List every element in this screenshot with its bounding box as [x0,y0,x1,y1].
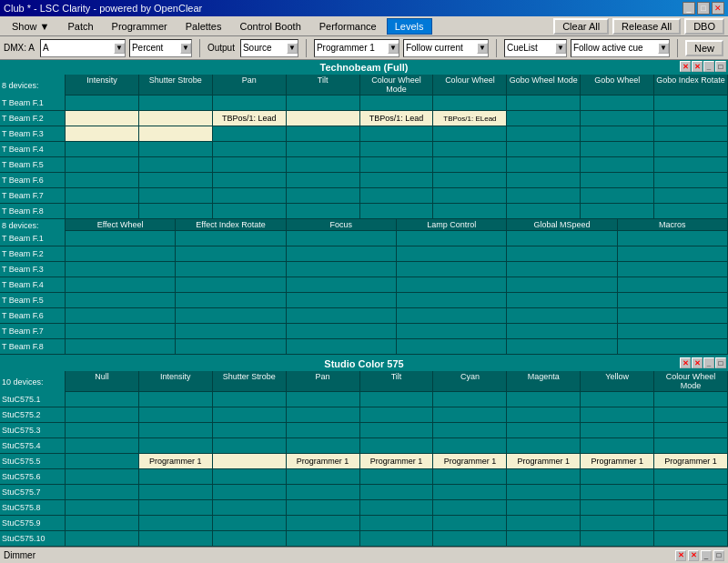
menu-palettes[interactable]: Palettes [177,18,230,35]
percent-input[interactable] [130,40,180,56]
tb-f3-c6[interactable] [433,126,507,141]
th-effectidx: Effect Index Rotate [176,219,286,231]
menu-controlbooth[interactable]: Control Booth [231,18,308,35]
tb-f1-c6[interactable] [433,96,507,110]
source-select[interactable]: ▼ [240,39,298,57]
tb-f2-c7[interactable] [507,111,581,126]
tb-f1-c8[interactable] [581,96,654,110]
sc-close2[interactable]: ✕ [692,357,703,368]
tb-f2-c4[interactable] [287,111,360,126]
tb-f3-c9[interactable] [654,126,728,141]
tb-f3-c5[interactable] [360,126,434,141]
menu-patch[interactable]: Patch [59,18,101,35]
statusbar-icons: ✕ ✕ _ □ [675,550,724,561]
menu-programmer[interactable]: Programmer [104,18,176,35]
close-button[interactable]: ✕ [712,2,724,15]
titlebar-buttons: _ □ ✕ [682,2,724,15]
programmer-input[interactable] [315,40,388,56]
sb-max[interactable]: □ [713,550,724,561]
sb-close2[interactable]: ✕ [688,550,699,561]
sc-max[interactable]: □ [715,357,726,368]
tb-f3-c3[interactable] [213,126,287,141]
programmer-arrow[interactable]: ▼ [388,43,399,54]
technobeam-close2[interactable]: ✕ [692,61,703,72]
th-cw: Colour Wheel [433,75,507,96]
dmx-input[interactable] [41,40,114,56]
maximize-button[interactable]: □ [697,2,710,15]
tb-f1-c2[interactable] [139,96,213,110]
tb2-row-f6: T Beam F.6 [0,308,728,324]
tb2-label-f5: T Beam F.5 [0,293,66,307]
tb-f3-c2[interactable] [139,126,213,141]
technobeam-device-count2: 8 devices: [0,219,66,231]
cuelist-input[interactable] [505,40,555,56]
percent-select[interactable]: ▼ [129,39,192,57]
technobeam-min[interactable]: _ [703,61,714,72]
followactive-arrow[interactable]: ▼ [658,43,669,54]
tb-f3-c8[interactable] [581,126,654,141]
source-input[interactable] [241,40,287,56]
tb-f2-c8[interactable] [581,111,654,126]
tb-f1-c3[interactable] [213,96,287,110]
tb-f4-c1[interactable] [66,142,139,156]
follow-select[interactable]: ▼ [403,39,489,57]
release-all-button[interactable]: Release All [612,18,681,35]
tb-f3-c1[interactable] [66,126,139,141]
tb-f2-c2[interactable] [139,111,213,126]
sc-device-count1: 10 devices: [0,371,66,392]
tb2-label-f3: T Beam F.3 [0,262,66,276]
follow-input[interactable] [404,40,477,56]
sb-close1[interactable]: ✕ [675,550,686,561]
sc-label-8: StuC575.8 [0,500,66,515]
menu-levels[interactable]: Levels [387,18,432,35]
followactive-input[interactable] [571,40,658,56]
sb-min[interactable]: _ [701,550,712,561]
menu-performance[interactable]: Performance [311,18,385,35]
dmx-arrow[interactable]: ▼ [114,43,125,54]
technobeam-close1[interactable]: ✕ [680,61,691,72]
tb-label-f7: T Beam F.7 [0,188,66,203]
tb-f3-c7[interactable] [507,126,581,141]
dmx-label: DMX: A [4,43,35,53]
cuelist-arrow[interactable]: ▼ [555,43,566,54]
percent-arrow[interactable]: ▼ [180,43,191,54]
tb-f1-c9[interactable] [654,96,728,110]
sc-tilt: Tilt [360,371,434,392]
sc-row-5: StuC575.5 Programmer 1 Programmer 1 Prog… [0,454,728,469]
dbo-button[interactable]: DBO [684,18,724,35]
tb-f2-c3[interactable]: TBPos/1: Lead [213,111,287,126]
tb-f2-c9[interactable] [654,111,728,126]
technobeam-max[interactable]: □ [715,61,726,72]
tb-f1-c1[interactable] [66,96,139,110]
sc-row-7: StuC575.7 [0,485,728,500]
new-button[interactable]: New [685,40,723,56]
studiocolor-controls: ✕ ✕ _ □ [680,357,726,368]
clear-all-button[interactable]: Clear All [553,18,609,35]
tb-f3-c4[interactable] [287,126,360,141]
dmx-select[interactable]: ▼ [40,39,126,57]
tb-f1-c5[interactable] [360,96,434,110]
tb-label-f5: T Beam F.5 [0,157,66,172]
menu-show[interactable]: Show ▼ [4,18,57,35]
tb2-row-f8: T Beam F.8 [0,339,728,355]
sc-min[interactable]: _ [703,357,714,368]
technobeam-section: Technobeam (Full) ✕ ✕ _ □ 8 devices: Int… [0,60,728,355]
tb-f1-c7[interactable] [507,96,581,110]
studiocolor-title: Studio Color 575 [324,358,403,369]
sc-row-8: StuC575.8 [0,500,728,516]
th-shutter: Shutter Strobe [139,75,213,96]
source-arrow[interactable]: ▼ [287,43,298,54]
tb-f2-c5[interactable]: TBPos/1: Lead [360,111,434,126]
cuelist-select[interactable]: ▼ [504,39,567,57]
minimize-button[interactable]: _ [682,2,695,15]
followactive-select[interactable]: ▼ [571,39,670,57]
tb-row-f5: T Beam F.5 [0,157,728,173]
follow-arrow[interactable]: ▼ [477,43,488,54]
programmer-select[interactable]: ▼ [314,39,399,57]
sc-close1[interactable]: ✕ [680,357,691,368]
tb-f1-c4[interactable] [287,96,360,110]
studiocolor-header: Studio Color 575 ✕ ✕ _ □ [0,357,728,371]
studiocolor-section: Studio Color 575 ✕ ✕ _ □ 10 devices: Nul… [0,357,728,547]
tb-f2-c6[interactable]: TBPos/1: ELead [433,111,507,126]
tb-f2-c1[interactable] [66,111,139,126]
